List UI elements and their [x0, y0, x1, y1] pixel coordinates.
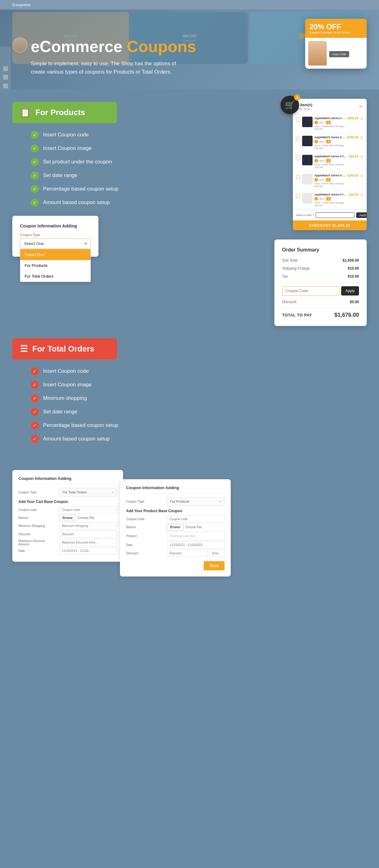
cart-item-checkbox[interactable] — [296, 175, 300, 179]
order-summary-title: Order Summary — [282, 247, 359, 253]
feature-item: ✓ Minimum shopping — [31, 394, 354, 402]
cart-close-btn[interactable]: ✕ — [359, 104, 362, 109]
cart-item-img — [302, 193, 313, 204]
form-date-row: Date — [19, 547, 117, 554]
form-p-product-label: Product — [126, 534, 163, 538]
order-divider-1 — [282, 282, 359, 283]
subtotal-row: Sub Total $1,656.00 — [282, 258, 359, 262]
cart-item-checkbox[interactable] — [296, 194, 300, 198]
form-products-section-label: Add Your Product Base Coupon — [126, 509, 225, 513]
form-p-footer: Save — [126, 561, 225, 570]
form-date-input[interactable] — [59, 547, 117, 554]
sidebar-hint — [0, 46, 11, 90]
form-p-date-label: Date — [126, 543, 163, 547]
check-icon-4: ✓ — [31, 172, 39, 180]
dropdown-item-for-total-orders[interactable]: For Total Orders — [20, 271, 90, 282]
topbar: Coupons — [0, 0, 379, 9]
cart-item-name: AppleWatch Series 6 from.. — [314, 174, 345, 177]
cart-item-checkbox[interactable] — [296, 137, 300, 141]
cart-item-delete[interactable]: 🗑 — [360, 117, 364, 120]
cart-badge: 🛒 5 — [281, 96, 299, 114]
feature-item: ✓ Amount based coupon setup — [31, 198, 275, 207]
feature-text-r4: Set date range — [43, 409, 77, 415]
promo-desc: Receive Cashback On All Orders — [310, 31, 362, 34]
order-coupon-row: Apply — [282, 286, 359, 296]
cart-panel: 5 item(s) The Shop ✕ AppleWat — [293, 99, 367, 230]
form-p-browse-btn[interactable]: Browse — [167, 524, 184, 530]
cart-item-price: $395.00 — [347, 136, 358, 139]
cart-shop-name: The Shop — [297, 107, 312, 111]
feature-text-r6: Amount based coupon setup — [43, 436, 109, 442]
cart-coupon-input[interactable] — [316, 212, 354, 218]
feature-text-5: Percentage based coupon setup — [43, 186, 119, 192]
form-p-coupon-code-row: Coupon code — [126, 516, 225, 523]
form-products-title: Coupon Information Adding — [126, 486, 225, 493]
feature-item: ✓ Percentage based coupon setup — [31, 422, 354, 429]
promo-copy-btn[interactable]: Copy Code — [329, 51, 349, 57]
form-coupon-code-input[interactable] — [59, 506, 117, 514]
cart-item-checkbox[interactable] — [296, 118, 300, 122]
form-max-discount-input[interactable] — [59, 539, 117, 546]
form-discount-row: Discount — [19, 531, 117, 538]
coupon-type-select[interactable]: Select One For Products For Total Orders — [20, 238, 91, 249]
form-discount-input[interactable] — [59, 531, 117, 538]
form-p-coupon-code-input[interactable] — [167, 516, 225, 523]
tax-label: Tax — [282, 274, 288, 279]
dropdown-item-for-products[interactable]: For Products — [20, 260, 90, 271]
dropdown-item-select-one[interactable]: Select One — [20, 249, 90, 260]
cart-item-delete[interactable]: 🗑 — [360, 155, 364, 158]
form-p-save-btn[interactable]: Save — [204, 561, 225, 570]
form-min-shopping-input[interactable] — [59, 522, 117, 529]
cart-item-delete[interactable]: 🗑 — [360, 136, 364, 140]
cart-item-delete[interactable]: 🗑 — [360, 174, 364, 178]
for-total-orders-section: ☰ For Total Orders ✓ Insert Coupon code … — [0, 338, 379, 461]
check-icon-r6: ✓ — [31, 435, 39, 443]
form-p-amount-input[interactable] — [209, 550, 225, 557]
products-feature-list: ✓ Insert Coupon code ✓ Insert Coupon ima… — [31, 131, 275, 207]
sidebar-dot-1 — [3, 66, 8, 71]
feature-text-4: Set date range — [43, 173, 77, 179]
products-icon: 📋 — [20, 107, 31, 118]
order-apply-btn[interactable]: Apply — [341, 286, 359, 296]
feature-text-r1: Insert Coupon code — [43, 368, 89, 374]
form-p-date-input[interactable] — [167, 541, 225, 549]
form-p-discount-label: Discount — [126, 552, 163, 555]
form-type-display[interactable]: For Total Orders — [59, 488, 117, 496]
qty-label: QTY: — [319, 197, 325, 200]
subtotal-label: Sub Total — [282, 258, 297, 262]
form-p-product-placeholder[interactable]: Nothing selected — [167, 532, 225, 540]
form-choose-file-label: Choose File — [77, 515, 94, 521]
feature-text-r3: Minimum shopping — [43, 395, 87, 401]
qty-dot — [314, 140, 318, 144]
form-p-discount-input[interactable] — [167, 550, 208, 557]
check-icon-2: ✓ — [31, 144, 39, 152]
qty-value: 1 — [326, 178, 331, 182]
cart-item-delete[interactable]: 🗑 — [360, 193, 364, 197]
hero-subtitle: Simple to implement, easy to use, The Sh… — [31, 59, 185, 76]
cart-item-name: AppleWatch Series 6 from.. — [314, 193, 347, 196]
coupon-type-select-wrapper[interactable]: Select One For Products For Total Orders… — [20, 238, 91, 249]
cart-item-img — [302, 174, 313, 184]
form-browse-btn[interactable]: Browse — [59, 515, 76, 521]
cart-item-info: AppleWatch Series 6 from.. QTY: 1 Color:… — [314, 155, 347, 169]
qty-label: QTY: — [319, 179, 325, 181]
cart-item-checkbox[interactable] — [296, 156, 300, 160]
cart-item-qty-row: QTY: 1 — [314, 140, 345, 144]
form-p-date-row: Date — [126, 541, 225, 549]
cart-apply-btn[interactable]: Apply — [356, 212, 367, 218]
cart-item-info: AppleWatch Series 6 from.. QTY: 1 Color:… — [314, 174, 345, 188]
form-date-label: Date — [19, 549, 55, 553]
shipping-row: Shipping Charge $10.00 — [282, 266, 359, 271]
cart-container: 🛒 5 5 item(s) The Shop ✕ — [293, 99, 367, 230]
form-products-type-display[interactable]: For Products — [167, 497, 225, 506]
order-coupon-input[interactable] — [282, 286, 339, 296]
cart-item-info: AppleWatch Series 6 from.. QTY: 1 Color:… — [314, 193, 347, 207]
cart-checkout-btn[interactable]: CHECKOUT $1,556.00 — [293, 220, 367, 230]
cart-item-name: AppleWatch Series 6 from.. — [314, 155, 347, 158]
coupon-info-title: Coupon Information Adding — [20, 223, 91, 228]
coupon-type-dropdown[interactable]: Select One For Products For Total Orders — [20, 249, 91, 282]
cart-item-qty-row: QTY: 1 — [314, 197, 347, 201]
form-section-label: Add Your Cart Base Coupon — [19, 500, 117, 504]
total-value: $1,676.00 — [335, 312, 359, 318]
qty-value: 1 — [326, 197, 331, 201]
